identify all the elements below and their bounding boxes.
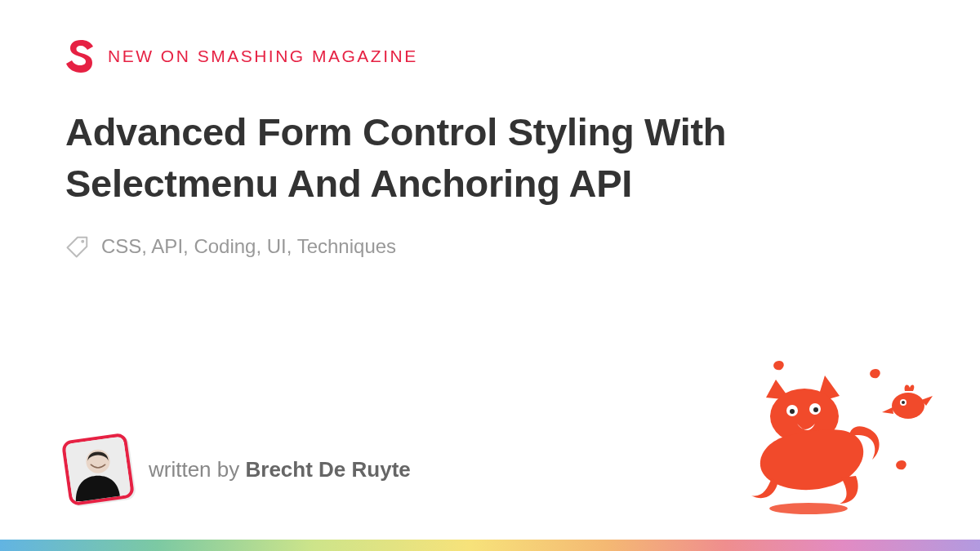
article-card: NEW ON SMASHING MAGAZINE Advanced Form C… — [0, 0, 980, 259]
author-name: Brecht De Ruyte — [246, 457, 411, 482]
svg-point-9 — [892, 393, 924, 419]
byline: written by Brecht De Ruyte — [149, 457, 411, 482]
byline-prefix: written by — [149, 457, 246, 482]
kicker-text: NEW ON SMASHING MAGAZINE — [108, 47, 418, 66]
author-avatar — [61, 433, 135, 506]
svg-point-5 — [790, 409, 795, 414]
bird-icon — [882, 385, 933, 419]
smashing-logo-icon — [65, 39, 95, 73]
svg-point-8 — [769, 503, 848, 514]
tag-icon — [65, 234, 90, 259]
svg-point-7 — [813, 407, 818, 412]
svg-point-0 — [81, 240, 84, 243]
tags-row: CSS, API, Coding, UI, Techniques — [65, 234, 915, 259]
mascot-illustration — [727, 355, 939, 518]
svg-point-11 — [902, 401, 905, 404]
author-row: written by Brecht De Ruyte — [65, 437, 411, 502]
rainbow-bar — [0, 540, 980, 551]
article-title: Advanced Form Control Styling With Selec… — [65, 106, 915, 210]
tags-text: CSS, API, Coding, UI, Techniques — [101, 235, 396, 258]
cat-icon — [751, 375, 880, 514]
kicker-row: NEW ON SMASHING MAGAZINE — [65, 39, 915, 73]
